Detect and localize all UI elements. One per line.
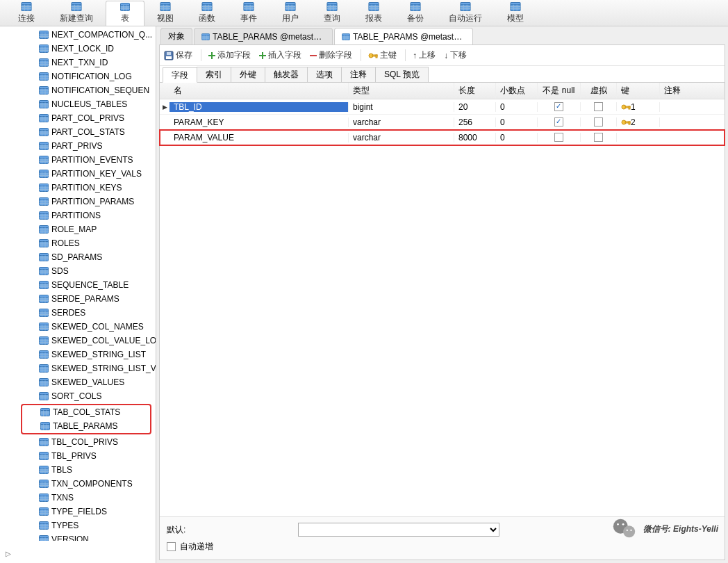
col-comment[interactable]: 注释 — [660, 83, 725, 99]
field-row-PARAM_KEY[interactable]: PARAM_KEY varchar 256 0 2 — [160, 115, 725, 130]
tree-table-SKEWED_COL_VALUE_LO[interactable]: SKEWED_COL_VALUE_LO — [0, 334, 156, 348]
tree-table-TBLS[interactable]: TBLS — [0, 463, 156, 477]
fields-grid: 名 类型 长度 小数点 不是 null 虚拟 键 注释 TBL_ID bigin… — [160, 83, 725, 516]
default-label: 默认: — [167, 524, 185, 536]
move-up-button[interactable]: ↑ 上移 — [405, 49, 436, 61]
tab-tp2[interactable]: TABLE_PARAMS @metastor... — [334, 28, 473, 44]
tree-table-NOTIFICATION_LOG[interactable]: NOTIFICATION_LOG — [0, 70, 156, 83]
tree-table-NEXT_COMPACTION_Q...[interactable]: NEXT_COMPACTION_Q... — [0, 28, 156, 42]
key-icon — [621, 119, 631, 126]
tree-table-PARTITION_EVENTS[interactable]: PARTITION_EVENTS — [0, 153, 156, 167]
auto-increment-label: 自动递增 — [180, 541, 213, 553]
subtab-3[interactable]: 触发器 — [265, 67, 308, 82]
tree-table-SERDE_PARAMS[interactable]: SERDE_PARAMS — [0, 292, 156, 306]
toolbar-report[interactable]: 报表 — [353, 1, 395, 26]
tree-table-SKEWED_STRING_LIST[interactable]: SKEWED_STRING_LIST — [0, 348, 156, 361]
grid-header: 名 类型 长度 小数点 不是 null 虚拟 键 注释 — [160, 83, 725, 99]
tree-table-SDS[interactable]: SDS — [0, 264, 156, 278]
tree-table-NOTIFICATION_SEQUEN[interactable]: NOTIFICATION_SEQUEN — [0, 83, 156, 97]
tree-table-TYPES[interactable]: TYPES — [0, 519, 156, 532]
default-select[interactable] — [298, 523, 499, 537]
tree-table-PARTITION_KEYS[interactable]: PARTITION_KEYS — [0, 181, 156, 195]
wechat-icon — [611, 516, 638, 542]
wechat-watermark: 微信号: Eights-Yelli — [611, 516, 718, 542]
auto-increment-checkbox[interactable] — [167, 542, 176, 551]
toolbar-connect[interactable]: 连接 — [6, 1, 47, 26]
tree-table-PART_COL_STATS[interactable]: PART_COL_STATS — [0, 125, 156, 139]
virtual-checkbox[interactable] — [594, 133, 603, 142]
tree-table-TABLE_PARAMS[interactable]: TABLE_PARAMS — [22, 419, 150, 433]
tree-table-NUCLEUS_TABLES[interactable]: NUCLEUS_TABLES — [0, 97, 156, 111]
table-designer: 保存 添加字段 插入字段 删除字段 主键 ↑ 上移 ↓ 下移 字段索引外键触发器… — [159, 44, 725, 560]
designer-toolbar: 保存 添加字段 插入字段 删除字段 主键 ↑ 上移 ↓ 下移 — [160, 45, 725, 66]
notnull-checkbox[interactable] — [554, 117, 563, 127]
toolbar-table[interactable]: 表 — [106, 1, 144, 26]
tree-table-SKEWED_COL_NAMES[interactable]: SKEWED_COL_NAMES — [0, 320, 156, 334]
tree-table-TBL_COL_PRIVS[interactable]: TBL_COL_PRIVS — [0, 435, 156, 449]
tab-tp1[interactable]: TABLE_PARAMS @metastor... — [194, 28, 333, 44]
add-field-button[interactable]: 添加字段 — [201, 49, 251, 61]
toolbar-schedule[interactable]: 自动运行 — [436, 1, 495, 26]
toolbar-event[interactable]: 事件 — [228, 1, 270, 26]
main-toolbar: 连接新建查询表视图函数事件用户查询报表备份自动运行模型 — [0, 0, 728, 26]
subtab-2[interactable]: 外键 — [231, 67, 265, 82]
tree-table-TXNS[interactable]: TXNS — [0, 491, 156, 505]
toolbar-model[interactable]: 模型 — [495, 1, 536, 26]
col-notnull[interactable]: 不是 null — [538, 83, 581, 99]
virtual-checkbox[interactable] — [594, 117, 603, 127]
tree-table-SKEWED_STRING_LIST_V[interactable]: SKEWED_STRING_LIST_V — [0, 361, 156, 375]
tree-table-NEXT_TXN_ID[interactable]: NEXT_TXN_ID — [0, 56, 156, 70]
col-name[interactable]: 名 — [169, 83, 349, 99]
tree-table-ROLES[interactable]: ROLES — [0, 236, 156, 250]
tree-table-TYPE_FIELDS[interactable]: TYPE_FIELDS — [0, 505, 156, 519]
key-icon — [621, 104, 631, 111]
tab-objects[interactable]: 对象 — [160, 28, 192, 44]
subtab-4[interactable]: 选项 — [307, 67, 342, 82]
move-down-button[interactable]: ↓ 下移 — [444, 49, 467, 61]
subtab-5[interactable]: 注释 — [341, 67, 376, 82]
tree-table-PART_PRIVS[interactable]: PART_PRIVS — [0, 139, 156, 153]
tree-table-VERSION[interactable]: VERSION — [0, 532, 156, 541]
insert-field-button[interactable]: 插入字段 — [259, 49, 301, 61]
tree-table-TAB_COL_STATS[interactable]: TAB_COL_STATS — [22, 405, 150, 419]
subtab-6[interactable]: SQL 预览 — [375, 67, 429, 82]
col-decimal[interactable]: 小数点 — [496, 83, 538, 99]
field-row-TBL_ID[interactable]: TBL_ID bigint 20 0 1 — [160, 99, 725, 115]
primary-key-button[interactable]: 主键 — [361, 49, 397, 61]
tree-table-SERDES[interactable]: SERDES — [0, 306, 156, 320]
toolbar-new-query[interactable]: 新建查询 — [47, 1, 106, 26]
virtual-checkbox[interactable] — [594, 102, 603, 111]
field-row-PARAM_VALUE[interactable]: PARAM_VALUE varchar 8000 0 — [160, 130, 725, 145]
notnull-checkbox[interactable] — [554, 102, 563, 111]
content-area: 对象TABLE_PARAMS @metastor...TABLE_PARAMS … — [156, 26, 728, 563]
tree-table-NEXT_LOCK_ID[interactable]: NEXT_LOCK_ID — [0, 42, 156, 56]
notnull-checkbox[interactable] — [554, 133, 563, 142]
toolbar-backup[interactable]: 备份 — [395, 1, 436, 26]
tree-table-TXN_COMPONENTS[interactable]: TXN_COMPONENTS — [0, 477, 156, 491]
delete-field-button[interactable]: 删除字段 — [310, 49, 352, 61]
tree-table-PARTITION_KEY_VALS[interactable]: PARTITION_KEY_VALS — [0, 167, 156, 181]
toolbar-view[interactable]: 视图 — [144, 1, 186, 26]
subtab-1[interactable]: 索引 — [197, 67, 231, 82]
col-type[interactable]: 类型 — [349, 83, 454, 99]
toolbar-query[interactable]: 查询 — [311, 1, 353, 26]
col-key[interactable]: 键 — [617, 83, 660, 99]
save-button[interactable]: 保存 — [164, 49, 192, 61]
tree-table-TBL_PRIVS[interactable]: TBL_PRIVS — [0, 449, 156, 463]
col-length[interactable]: 长度 — [454, 83, 496, 99]
col-virtual[interactable]: 虚拟 — [581, 83, 617, 99]
tree-table-SKEWED_VALUES[interactable]: SKEWED_VALUES — [0, 375, 156, 389]
toolbar-user[interactable]: 用户 — [270, 1, 311, 26]
tree-table-ROLE_MAP[interactable]: ROLE_MAP — [0, 222, 156, 236]
editor-tabs: 对象TABLE_PARAMS @metastor...TABLE_PARAMS … — [156, 26, 728, 44]
subtab-0[interactable]: 字段 — [163, 67, 197, 83]
tree-table-SD_PARAMS[interactable]: SD_PARAMS — [0, 250, 156, 264]
tree-table-PARTITION_PARAMS[interactable]: PARTITION_PARAMS — [0, 195, 156, 209]
tree-table-SORT_COLS[interactable]: SORT_COLS — [0, 389, 156, 403]
tree-table-PARTITIONS[interactable]: PARTITIONS — [0, 209, 156, 222]
designer-subtabs: 字段索引外键触发器选项注释SQL 预览 — [160, 66, 725, 83]
tree-table-PART_COL_PRIVS[interactable]: PART_COL_PRIVS — [0, 111, 156, 125]
sidebar: NEXT_COMPACTION_Q...NEXT_LOCK_IDNEXT_TXN… — [0, 26, 156, 563]
tree-table-SEQUENCE_TABLE[interactable]: SEQUENCE_TABLE — [0, 278, 156, 292]
toolbar-function[interactable]: 函数 — [186, 1, 228, 26]
